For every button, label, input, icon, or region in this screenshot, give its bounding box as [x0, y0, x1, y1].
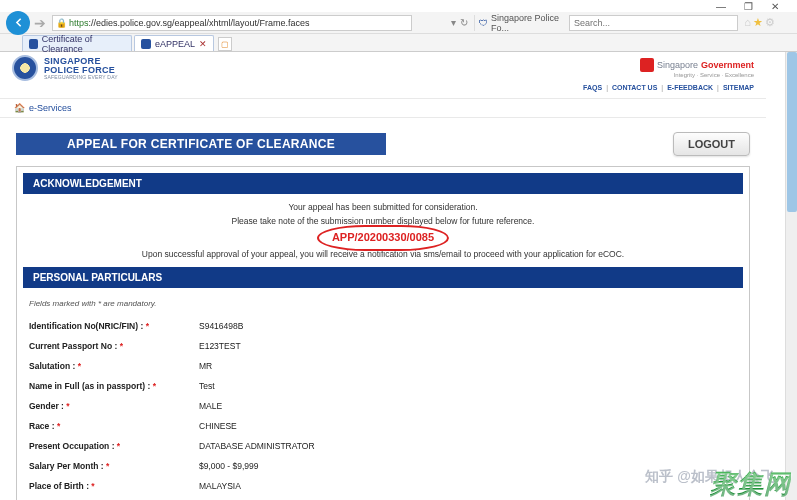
site-identity[interactable]: 🛡 Singapore Police Fo... [474, 15, 569, 31]
field-label: Place of Birth : * [23, 476, 193, 496]
field-label: Salary Per Month : * [23, 456, 193, 476]
tab-label: eAPPEAL [155, 39, 195, 49]
browser-search-input[interactable] [569, 15, 738, 31]
home-icon[interactable]: 🏠 [14, 103, 25, 113]
back-button[interactable] [6, 11, 30, 35]
form-row: Name in Full (as in passport) : *Test [23, 376, 743, 396]
browser-tabs: Certificate of Clearance eAPPEAL ✕ ▢ [0, 34, 797, 52]
star-icon[interactable]: ★ [753, 16, 763, 29]
url-controls: ▾ ↻ [412, 17, 472, 28]
link-feedback[interactable]: E-FEEDBACK [667, 84, 713, 98]
header-links: FAQS| CONTACT US| E-FEEDBACK| SITEMAP [0, 84, 766, 98]
section-acknowledgement: ACKNOWLEDGEMENT [23, 173, 743, 194]
spf-crest-icon [12, 55, 38, 81]
favicon-icon [29, 39, 38, 49]
tab-label: Certificate of Clearance [42, 34, 125, 54]
sg-lion-icon [640, 58, 654, 72]
field-label: Gender : * [23, 396, 193, 416]
form-row: Identification No(NRIC/FIN) : *S9416498B [23, 316, 743, 336]
home-icon[interactable]: ⌂ [744, 16, 751, 29]
field-value: MALAYSIA [193, 476, 743, 496]
url-scheme: https [69, 18, 89, 28]
gov-subtext: Integrity · Service · Excellence [640, 72, 754, 78]
gov-text-1: Singapore [657, 60, 698, 70]
address-bar[interactable]: 🔒 https://edies.police.gov.sg/eappeal/xh… [52, 15, 412, 31]
breadcrumb: 🏠 e-Services [0, 98, 766, 118]
form-row: Place of Birth : *MALAYSIA [23, 476, 743, 496]
link-sitemap[interactable]: SITEMAP [723, 84, 754, 98]
form-row: Current Passport No : *E123TEST [23, 336, 743, 356]
form-row: Present Occupation : *DATABASE ADMINISTR… [23, 436, 743, 456]
field-label: Identification No(NRIC/FIN) : * [23, 316, 193, 336]
browser-nav-bar: ➔ 🔒 https://edies.police.gov.sg/eappeal/… [0, 12, 797, 34]
tab-certificate[interactable]: Certificate of Clearance [22, 35, 132, 51]
ack-line-3: Upon successful approval of your appeal,… [23, 248, 743, 262]
personal-particulars-table: Identification No(NRIC/FIN) : *S9416498B… [23, 316, 743, 500]
vertical-scrollbar[interactable] [785, 52, 797, 500]
field-label: Race : * [23, 416, 193, 436]
ack-line-1: Your appeal has been submitted for consi… [23, 201, 743, 215]
submission-number: APP/20200330/0085 [322, 228, 444, 248]
field-label: Current Passport No : * [23, 336, 193, 356]
form-row: Date of Birth : *01/01/1994 [23, 496, 743, 500]
favorites-icons: ⌂ ★ ⚙ [744, 16, 797, 29]
field-value: MALE [193, 396, 743, 416]
ack-line-2: Please take note of the submission numbe… [23, 215, 743, 229]
field-value: $9,000 - $9,999 [193, 456, 743, 476]
gear-icon[interactable]: ⚙ [765, 16, 775, 29]
field-value: Test [193, 376, 743, 396]
field-label: Name in Full (as in passport) : * [23, 376, 193, 396]
refresh-icon[interactable]: ↻ [460, 17, 468, 28]
mandatory-note: Fields marked with * are mandatory. [23, 292, 743, 316]
close-window-button[interactable]: ✕ [771, 1, 779, 12]
field-label: Present Occupation : * [23, 436, 193, 456]
breadcrumb-link[interactable]: e-Services [29, 103, 72, 113]
field-value: MR [193, 356, 743, 376]
field-label: Salutation : * [23, 356, 193, 376]
form-row: Salutation : *MR [23, 356, 743, 376]
field-value: E123TEST [193, 336, 743, 356]
field-value: CHINESE [193, 416, 743, 436]
tab-eappeal[interactable]: eAPPEAL ✕ [134, 35, 214, 51]
section-personal: PERSONAL PARTICULARS [23, 267, 743, 288]
url-path: ://edies.police.gov.sg/eappeal/xhtml/lay… [89, 18, 310, 28]
form-row: Race : *CHINESE [23, 416, 743, 436]
new-tab-button[interactable]: ▢ [218, 37, 232, 51]
close-tab-icon[interactable]: ✕ [199, 39, 207, 49]
field-label: Date of Birth : * [23, 496, 193, 500]
scroll-thumb[interactable] [787, 52, 797, 212]
main-panel: ACKNOWLEDGEMENT Your appeal has been sub… [16, 166, 750, 500]
lock-icon: 🔒 [56, 18, 67, 28]
site-header: SINGAPORE POLICE FORCE SAFEGUARDING EVER… [0, 52, 766, 84]
back-arrow-icon [12, 16, 25, 29]
site-identity-text: Singapore Police Fo... [491, 13, 565, 33]
gov-text-2: Government [701, 60, 754, 70]
window-controls: — ❐ ✕ [0, 0, 797, 12]
field-value: S9416498B [193, 316, 743, 336]
logout-button[interactable]: LOGOUT [673, 132, 750, 156]
form-row: Gender : *MALE [23, 396, 743, 416]
minimize-button[interactable]: — [716, 1, 726, 12]
forward-button[interactable]: ➔ [34, 15, 46, 31]
field-value: DATABASE ADMINISTRATOR [193, 436, 743, 456]
link-faqs[interactable]: FAQS [583, 84, 602, 98]
shield-icon: 🛡 [479, 18, 488, 28]
form-row: Salary Per Month : *$9,000 - $9,999 [23, 456, 743, 476]
field-value: 01/01/1994 [193, 496, 743, 500]
link-contact[interactable]: CONTACT US [612, 84, 657, 98]
dropdown-icon[interactable]: ▾ [451, 17, 456, 28]
page-title: APPEAL FOR CERTIFICATE OF CLEARANCE [16, 133, 386, 155]
org-tagline: SAFEGUARDING EVERY DAY [44, 74, 118, 80]
page-viewport: SINGAPORE POLICE FORCE SAFEGUARDING EVER… [0, 52, 766, 500]
restore-button[interactable]: ❐ [744, 1, 753, 12]
favicon-icon [141, 39, 151, 49]
